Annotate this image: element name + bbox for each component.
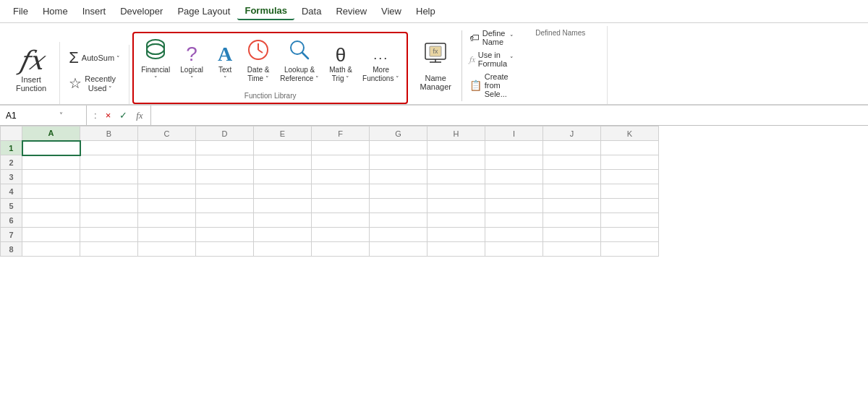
cell-g5[interactable] [370,199,427,213]
row-num-5[interactable]: 5 [1,199,22,213]
cell-f4[interactable] [312,184,370,199]
cell-d2[interactable] [196,155,254,170]
cell-j5[interactable] [543,199,601,213]
cell-j1[interactable] [543,141,601,155]
col-header-e[interactable]: E [254,126,312,141]
cell-h7[interactable] [427,228,485,242]
name-manager-button[interactable]: fx NameManager [414,27,457,104]
col-header-f[interactable]: F [312,126,370,141]
cell-i6[interactable] [485,213,543,228]
cell-k2[interactable] [601,155,659,170]
cell-h1[interactable] [427,141,485,155]
col-header-h[interactable]: H [427,126,485,141]
cell-f8[interactable] [312,242,370,257]
cell-a1[interactable] [22,141,80,155]
cell-j8[interactable] [543,242,601,257]
cell-j7[interactable] [543,228,601,242]
cell-g8[interactable] [370,242,427,257]
cell-c5[interactable] [138,199,196,213]
menu-help[interactable]: Help [409,3,443,20]
col-header-c[interactable]: C [138,126,196,141]
cell-g7[interactable] [370,228,427,242]
accept-formula-button[interactable]: ✓ [116,108,130,122]
cell-e1[interactable] [254,141,312,155]
cell-g1[interactable] [370,141,427,155]
cell-h4[interactable] [427,184,485,199]
cell-j6[interactable] [543,213,601,228]
menu-developer[interactable]: Developer [113,3,170,20]
cell-j2[interactable] [543,155,601,170]
cell-f5[interactable] [312,199,370,213]
cell-e7[interactable] [254,228,312,242]
cell-c8[interactable] [138,242,196,257]
cell-b8[interactable] [80,242,138,257]
row-num-6[interactable]: 6 [1,213,22,228]
cell-b1[interactable] [80,141,138,155]
row-num-1[interactable]: 1 [1,141,22,155]
define-name-button[interactable]: 🏷 Define Name ˅ [467,27,516,48]
cell-b3[interactable] [80,170,138,184]
cell-d1[interactable] [196,141,254,155]
col-header-b[interactable]: B [80,126,138,141]
cell-j3[interactable] [543,170,601,184]
cell-a2[interactable] [22,155,80,170]
cell-i4[interactable] [485,184,543,199]
create-from-selection-button[interactable]: 📋 Create from Sele... [467,71,516,100]
cell-c4[interactable] [138,184,196,199]
menu-view[interactable]: View [374,3,409,20]
row-num-2[interactable]: 2 [1,155,22,170]
col-header-g[interactable]: G [370,126,427,141]
row-num-7[interactable]: 7 [1,228,22,242]
text-button[interactable]: A Text˅ [209,41,241,86]
date-time-button[interactable]: Date &Time ˅ [242,36,274,86]
col-header-i[interactable]: I [485,126,543,141]
cell-b6[interactable] [80,213,138,228]
cell-f6[interactable] [312,213,370,228]
cell-e2[interactable] [254,155,312,170]
cell-c7[interactable] [138,228,196,242]
cancel-formula-button[interactable]: : [91,108,100,122]
menu-data[interactable]: Data [294,3,328,20]
row-num-4[interactable]: 4 [1,184,22,199]
cell-b2[interactable] [80,155,138,170]
confirm-formula-button[interactable]: × [103,108,114,122]
cell-g2[interactable] [370,155,427,170]
menu-home[interactable]: Home [35,3,75,20]
cell-k4[interactable] [601,184,659,199]
cell-b7[interactable] [80,228,138,242]
insert-function-bar-button[interactable]: fx [133,108,145,123]
recently-used-button[interactable]: ☆ RecentlyUsed ˅ [64,72,122,95]
cell-d3[interactable] [196,170,254,184]
formula-input[interactable] [151,111,868,121]
col-header-k[interactable]: K [601,126,659,141]
cell-a3[interactable] [22,170,80,184]
cell-j4[interactable] [543,184,601,199]
cell-d6[interactable] [196,213,254,228]
cell-d8[interactable] [196,242,254,257]
cell-g6[interactable] [370,213,427,228]
cell-f7[interactable] [312,228,370,242]
math-trig-button[interactable]: θ Math &Trig ˅ [325,43,357,86]
cell-k3[interactable] [601,170,659,184]
cell-i1[interactable] [485,141,543,155]
cell-f3[interactable] [312,170,370,184]
more-functions-button[interactable]: ··· MoreFunctions ˅ [358,48,404,86]
cell-b5[interactable] [80,199,138,213]
cell-a8[interactable] [22,242,80,257]
cell-f2[interactable] [312,155,370,170]
cell-h3[interactable] [427,170,485,184]
cell-h8[interactable] [427,242,485,257]
cell-k5[interactable] [601,199,659,213]
logical-button[interactable]: ? Logical˅ [176,41,208,86]
financial-button[interactable]: Financial˅ [137,35,174,86]
cell-c1[interactable] [138,141,196,155]
col-header-d[interactable]: D [196,126,254,141]
cell-d5[interactable] [196,199,254,213]
cell-e5[interactable] [254,199,312,213]
cell-e3[interactable] [254,170,312,184]
cell-a5[interactable] [22,199,80,213]
row-num-8[interactable]: 8 [1,242,22,257]
cell-d7[interactable] [196,228,254,242]
menu-page-layout[interactable]: Page Layout [170,3,237,20]
cell-h6[interactable] [427,213,485,228]
